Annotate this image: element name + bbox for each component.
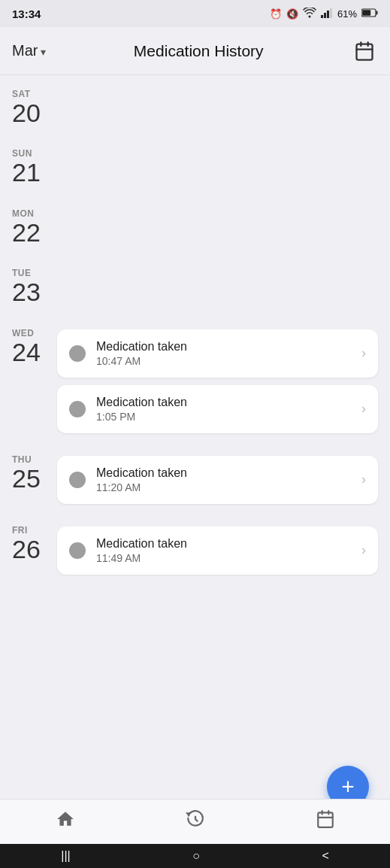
page-title: Medication History [134, 42, 264, 60]
day-abbr: TUE [12, 268, 45, 278]
day-label: WED24 [12, 328, 45, 366]
nav-history[interactable] [171, 803, 220, 840]
day-section-sat: SAT20 [0, 75, 390, 135]
day-abbr: FRI [12, 525, 45, 536]
day-number: 20 [12, 99, 45, 127]
day-section-mon: MON22 [0, 195, 390, 254]
medication-time: 11:49 AM [96, 552, 351, 564]
header: Mar ▾ Medication History [0, 27, 390, 75]
home-button[interactable]: ○ [192, 849, 200, 863]
day-abbr: WED [12, 328, 45, 338]
day-label: MON22 [12, 208, 45, 247]
medication-time: 11:20 AM [96, 481, 351, 493]
status-icons: ⏰ 🔇 61% [270, 8, 378, 20]
day-entries [57, 208, 378, 244]
chevron-right-icon: › [361, 401, 366, 417]
medication-title: Medication taken [96, 466, 351, 480]
day-abbr: MON [12, 208, 45, 219]
medication-dot-icon [69, 472, 86, 488]
day-label: SUN21 [12, 148, 45, 187]
day-section-fri: FRI26Medication taken11:49 AM› [0, 511, 390, 582]
chevron-right-icon: › [361, 472, 366, 487]
day-entries [57, 148, 378, 184]
content-area: SAT20SUN21MON22TUE23WED24Medication take… [0, 75, 390, 868]
medication-dot-icon [69, 345, 86, 362]
medication-card[interactable]: Medication taken11:49 AM› [57, 527, 378, 575]
day-entries [57, 268, 378, 304]
day-entries: Medication taken11:20 AM› [57, 454, 378, 504]
nav-calendar[interactable] [301, 803, 350, 840]
medication-title: Medication taken [96, 396, 351, 409]
status-bar: 13:34 ⏰ 🔇 61% [0, 0, 390, 27]
calendar-icon-button[interactable] [351, 38, 378, 65]
mute-icon: 🔇 [286, 8, 298, 20]
day-number: 25 [12, 465, 45, 493]
medication-time: 10:47 AM [96, 355, 351, 367]
medication-dot-icon [69, 542, 86, 559]
android-navigation-bar: ||| ○ < [0, 844, 390, 868]
status-time: 13:34 [12, 8, 41, 20]
home-icon [56, 809, 75, 834]
day-section-thu: THU25Medication taken11:20 AM› [0, 441, 390, 511]
medication-title: Medication taken [96, 537, 351, 551]
medication-info: Medication taken10:47 AM [96, 340, 351, 367]
svg-rect-2 [327, 11, 329, 18]
svg-rect-7 [357, 44, 373, 59]
medication-info: Medication taken11:20 AM [96, 466, 351, 493]
day-label: SAT20 [12, 89, 45, 127]
medication-dot-icon [69, 401, 86, 417]
back-button[interactable]: < [322, 849, 328, 863]
medication-card[interactable]: Medication taken1:05 PM› [57, 385, 378, 433]
day-number: 24 [12, 338, 45, 366]
medication-card[interactable]: Medication taken10:47 AM› [57, 329, 378, 378]
calendar-nav-icon [316, 809, 335, 834]
medication-time: 1:05 PM [96, 411, 351, 423]
day-section-sun: SUN21 [0, 135, 390, 194]
month-selector[interactable]: Mar ▾ [12, 42, 46, 59]
alarm-icon: ⏰ [270, 8, 282, 20]
chevron-down-icon: ▾ [41, 46, 46, 58]
day-number: 21 [12, 159, 45, 187]
day-abbr: SAT [12, 89, 45, 99]
day-label: THU25 [12, 454, 45, 493]
wifi-icon [303, 8, 316, 20]
day-section-wed: WED24Medication taken10:47 AM›Medication… [0, 314, 390, 441]
chevron-right-icon: › [361, 345, 366, 361]
history-icon [186, 809, 205, 834]
day-entries: Medication taken11:49 AM› [57, 525, 378, 575]
signal-icon [321, 8, 333, 20]
svg-rect-11 [318, 812, 333, 827]
day-entries [57, 89, 378, 125]
svg-rect-0 [321, 15, 323, 18]
medication-title: Medication taken [96, 340, 351, 354]
svg-rect-6 [362, 10, 370, 16]
day-section-tue: TUE23 [0, 254, 390, 314]
medication-info: Medication taken1:05 PM [96, 396, 351, 423]
battery-text: 61% [337, 8, 357, 20]
svg-rect-3 [330, 8, 332, 18]
day-label: TUE23 [12, 268, 45, 306]
current-month: Mar [12, 42, 38, 59]
day-abbr: SUN [12, 148, 45, 159]
day-abbr: THU [12, 454, 45, 465]
day-number: 26 [12, 536, 45, 563]
svg-rect-5 [376, 11, 378, 14]
battery-icon [361, 8, 378, 20]
day-entries: Medication taken10:47 AM›Medication take… [57, 328, 378, 433]
svg-rect-1 [324, 13, 326, 18]
bottom-navigation [0, 799, 390, 844]
medication-card[interactable]: Medication taken11:20 AM› [57, 456, 378, 504]
medication-info: Medication taken11:49 AM [96, 537, 351, 564]
day-number: 23 [12, 278, 45, 306]
day-number: 22 [12, 219, 45, 247]
day-label: FRI26 [12, 525, 45, 563]
recents-button[interactable]: ||| [61, 849, 70, 863]
chevron-right-icon: › [361, 542, 366, 558]
nav-home[interactable] [41, 803, 90, 840]
